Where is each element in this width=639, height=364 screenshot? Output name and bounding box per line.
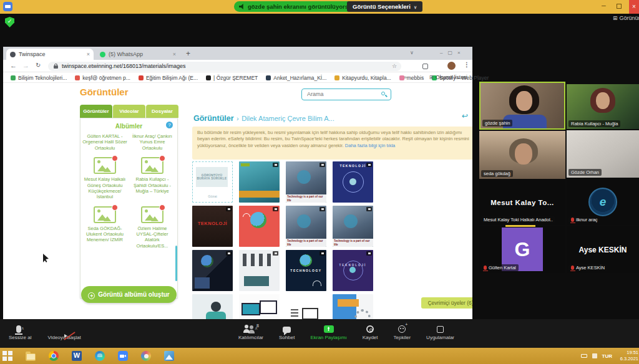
- bookmarks-overflow-icon[interactable]: »: [404, 74, 407, 80]
- bookmark-item[interactable]: Bilişim Teknolojileri...: [11, 75, 67, 81]
- tab-files[interactable]: Dosyalar: [146, 105, 178, 118]
- taskbar-edge-icon[interactable]: [95, 351, 105, 361]
- participant-tile-gozde-sahin[interactable]: gözde şahin: [479, 82, 565, 130]
- image-tile[interactable]: Technology is a part of our life: [286, 206, 326, 247]
- tab-images[interactable]: Görüntüler: [80, 105, 112, 118]
- image-tile[interactable]: Technology is a part of our life: [286, 161, 326, 203]
- browse-link[interactable]: Gözat: [193, 194, 232, 198]
- image-tile[interactable]: TEKNOLOJİ: [333, 161, 373, 203]
- image-tile[interactable]: TECHNOLOGY: [286, 250, 326, 291]
- reload-icon[interactable]: ↻: [36, 62, 41, 69]
- restore-button[interactable]: [617, 4, 622, 9]
- new-tab-button[interactable]: +: [186, 49, 190, 58]
- bookmark-star-icon[interactable]: ☆: [392, 63, 397, 69]
- image-tile[interactable]: [239, 161, 280, 203]
- taskbar-photos-icon[interactable]: [164, 351, 174, 361]
- image-tile[interactable]: [239, 294, 280, 319]
- create-album-button[interactable]: +Görüntü albümü oluştur: [81, 286, 177, 303]
- search-box[interactable]: [301, 89, 391, 100]
- extensions-icon[interactable]: [422, 64, 428, 69]
- image-tile[interactable]: [239, 206, 280, 247]
- tab-videos[interactable]: Videolar: [113, 105, 145, 118]
- forward-icon[interactable]: →: [22, 62, 29, 69]
- image-tile[interactable]: [192, 294, 233, 319]
- taskbar-start-icon[interactable]: [2, 351, 12, 361]
- screen-share-indicator-icon[interactable]: [3, 2, 12, 11]
- album-item[interactable]: Seda GÖKDAĞ- Ulukent Ortaokulu Menemen/ …: [82, 206, 127, 249]
- albums-panel: Albümler ? Gülten KARTAL - Orgeneral Hal…: [80, 118, 178, 299]
- back-arrow-icon[interactable]: ↩: [462, 112, 468, 120]
- participant-tile-gulten[interactable]: G Gülten Kartal: [479, 226, 565, 273]
- taskbar-clock[interactable]: 19:516.3.2021: [617, 350, 638, 362]
- albums-scrollbar[interactable]: [175, 246, 177, 281]
- album-name: Rabia Kullapcı - Şahidi Ortaokulu - Muğl…: [130, 176, 175, 194]
- tab-twinspace[interactable]: Twinspace ×: [6, 49, 94, 60]
- breadcrumb-root[interactable]: Görüntüler: [193, 114, 234, 123]
- album-item[interactable]: Rabia Kullapcı - Şahidi Ortaokulu - Muğl…: [130, 157, 175, 200]
- participant-tile-gozde-orhan[interactable]: Gözde Orhan: [567, 130, 639, 178]
- bookmark-item[interactable]: Anket_Hazırlama_Kİ...: [266, 75, 326, 81]
- battery-icon[interactable]: [581, 354, 587, 358]
- search-input[interactable]: [306, 90, 374, 98]
- mute-button[interactable]: ∧ Sessize al: [9, 323, 31, 340]
- dropzone-area[interactable]: GÖRÜNTÜYÜBURAYA SÜRÜKLE: [196, 167, 228, 187]
- tab-close-icon[interactable]: ×: [173, 51, 176, 57]
- album-item[interactable]: İlknur Araç/ Çankırı Yunus Emre Ortaokul…: [130, 133, 175, 151]
- profile-avatar[interactable]: [447, 62, 456, 70]
- participant-tile-rabia[interactable]: Rabia Kullapcı - Muğla: [567, 84, 639, 129]
- tab-close-icon[interactable]: ×: [87, 51, 90, 57]
- browser-menu-icon[interactable]: ⋮: [464, 61, 470, 68]
- bookmark-item[interactable]: keşf@ öğretmen p...: [75, 75, 130, 81]
- upload-dropzone[interactable]: GÖRÜNTÜYÜBURAYA SÜRÜKLEGözat: [192, 161, 233, 203]
- chat-button[interactable]: Sohbet: [279, 323, 295, 340]
- tab-whatsapp[interactable]: (5) WhatsApp ×: [96, 49, 180, 60]
- bookmark-item[interactable]: | Özgür ŞEREMET: [206, 75, 258, 81]
- minimize-button[interactable]: –: [602, 1, 606, 10]
- screen-share-button[interactable]: Ekran Paylaşımı: [310, 323, 346, 340]
- participant-tile-seda[interactable]: seda gökdağ: [479, 131, 565, 179]
- image-tile[interactable]: TEKNOLOJİ: [333, 250, 373, 291]
- language-indicator[interactable]: TUR: [602, 353, 612, 359]
- taskbar-zoom-icon[interactable]: [118, 351, 128, 361]
- image-tile[interactable]: [239, 250, 280, 291]
- security-shield-icon[interactable]: ✓: [5, 17, 14, 27]
- browser-window-controls[interactable]: –▢×: [440, 50, 466, 55]
- reactions-button[interactable]: Tepkiler: [394, 323, 411, 340]
- participant-tile-mesut[interactable]: Mesut Kalay To... Mesut Kalay Toki Halka…: [479, 180, 565, 225]
- taskbar-explorer-icon[interactable]: [26, 353, 36, 361]
- view-menu-button[interactable]: ⊞Görünüm: [613, 15, 639, 21]
- album-item[interactable]: Özlem Halime UYSAL-Çifteler Atatürk Orta…: [130, 206, 175, 249]
- taskbar-word-icon[interactable]: [72, 351, 82, 361]
- image-tile[interactable]: [286, 294, 326, 319]
- mic-options-caret[interactable]: ∧: [21, 326, 24, 331]
- participant-tile-ayse[interactable]: Ayse KESKİN Ayse KESKİN: [567, 226, 639, 273]
- image-tile[interactable]: [333, 294, 373, 319]
- apps-button[interactable]: Uygulamalar: [426, 323, 454, 340]
- address-bar[interactable]: twinspace.etwinning.net/168013/materials…: [48, 62, 401, 71]
- taskbar-paint-icon[interactable]: [141, 351, 151, 361]
- view-options-button[interactable]: Görüntü Seçenekleri∨: [347, 1, 422, 12]
- bookmark-item[interactable]: Kitapyurdu, Kitapla...: [334, 75, 391, 81]
- bookmark-item[interactable]: Eğitim Bilişim Ağı (E...: [139, 75, 198, 81]
- more-info-link[interactable]: Daha fazla bilgi için tıkla: [345, 143, 395, 148]
- participants-button[interactable]: 8∧ Katılımcılar: [238, 323, 263, 340]
- reading-list-button[interactable]: ⊞Okuma listesi: [429, 74, 467, 80]
- back-icon[interactable]: ←: [10, 62, 17, 69]
- bookmark-item[interactable]: mebbis: [399, 75, 424, 81]
- start-video-button[interactable]: Videoyu Başlat: [47, 323, 80, 340]
- album-item[interactable]: Gülten KARTAL - Orgeneral Halil Sözer Or…: [82, 133, 127, 151]
- help-icon[interactable]: ?: [166, 122, 173, 128]
- participant-name-label: Rabia Kullapcı - Muğla: [568, 120, 620, 127]
- image-tile[interactable]: Technology is a part of our life: [333, 206, 373, 247]
- participant-tile-ilknur[interactable]: e ilknur araç: [567, 180, 639, 225]
- album-item[interactable]: Mesut Kalay Halkalı Güneş Ortaokulu Küçü…: [82, 157, 127, 200]
- taskbar-chrome-icon[interactable]: [49, 351, 59, 361]
- close-button[interactable]: ×: [629, 0, 639, 14]
- online-members-badge[interactable]: Çevrimiçi üyeler (6): [421, 297, 472, 309]
- tray-app-icon[interactable]: [592, 353, 597, 358]
- record-button[interactable]: Kaydet: [363, 323, 378, 340]
- tab-search-icon[interactable]: ∨: [410, 50, 414, 55]
- image-tile[interactable]: [192, 250, 233, 291]
- image-tile[interactable]: TEKNOLOJİ: [192, 206, 233, 247]
- search-icon[interactable]: [381, 92, 385, 95]
